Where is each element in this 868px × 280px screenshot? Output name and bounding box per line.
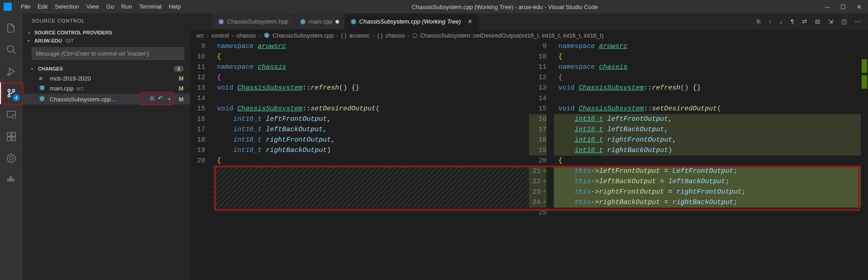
- menu-selection[interactable]: Selection: [51, 0, 82, 14]
- svg-point-11: [7, 154, 15, 162]
- line-gutter: 9 10 11 12 13 14 15 16 17 18 19 20: [190, 41, 212, 280]
- source-control-providers-section[interactable]: › SOURCE CONTROL PROVIDERS: [23, 28, 190, 37]
- changed-file-item[interactable]: ChassisSubsystem.cpp .. ⎘ ↶ ＋ M: [23, 94, 190, 104]
- submodule-icon: ≡: [39, 75, 47, 82]
- diff-deleted-placeholder: [212, 166, 529, 176]
- svg-rect-14: [10, 179, 12, 181]
- file-name: ChassisSubsystem.cpp ..: [50, 96, 116, 103]
- breadcrumbs[interactable]: src› control› chassis› ChassisSubsystem.…: [190, 29, 868, 41]
- menu-help[interactable]: Help: [165, 0, 184, 14]
- svg-point-12: [9, 157, 13, 160]
- menu-terminal[interactable]: Terminal: [136, 0, 165, 14]
- toggle-whitespace-icon[interactable]: ¶: [791, 18, 794, 25]
- activitybar-extensions[interactable]: [0, 126, 23, 147]
- editor-tabs: ChassisSubsystem.hpp main.cpp ChassisSub…: [190, 14, 868, 29]
- svg-point-6: [12, 115, 16, 119]
- tab-chassis-hpp[interactable]: ChassisSubsystem.hpp: [212, 14, 294, 29]
- tab-chassis-cpp-working-tree[interactable]: ChassisSubsystem.cpp (Working Tree) ✕: [345, 14, 478, 29]
- code-content[interactable]: namespace aruwsrc { namespace chassis { …: [212, 41, 529, 280]
- svg-rect-7: [7, 133, 11, 136]
- breadcrumb-item[interactable]: chassis: [236, 32, 256, 39]
- breadcrumb-item[interactable]: control: [212, 32, 229, 39]
- activitybar-source-control[interactable]: 4: [0, 82, 23, 104]
- more-actions-icon[interactable]: ⋯: [855, 18, 861, 25]
- chevron-down-icon: ›: [30, 65, 35, 72]
- svg-rect-10: [12, 133, 15, 136]
- svg-rect-16: [10, 177, 12, 179]
- svg-rect-9: [12, 137, 15, 141]
- svg-point-4: [8, 95, 10, 97]
- svg-point-3: [8, 90, 10, 92]
- swap-icon[interactable]: ⇄: [802, 18, 807, 25]
- code-content[interactable]: namespace aruwsrc { namespace chassis { …: [554, 41, 861, 280]
- svg-rect-13: [8, 179, 9, 181]
- breadcrumb-item[interactable]: aruwsrc: [349, 32, 370, 39]
- diff-modified-pane[interactable]: 9 10 11 12 13 14 15 16 17 18 19 20 21+ 2…: [529, 41, 868, 280]
- menu-file[interactable]: File: [17, 0, 34, 14]
- cpp-file-icon: [39, 85, 47, 92]
- minimize-icon[interactable]: ─: [826, 4, 830, 10]
- breadcrumb-item[interactable]: ChassisSubsystem.cpp: [273, 32, 334, 39]
- open-file-icon[interactable]: ⎘: [757, 18, 760, 25]
- toggle-inline-icon[interactable]: ⊟: [815, 18, 820, 25]
- diff-editor[interactable]: 9 10 11 12 13 14 15 16 17 18 19 20 names…: [190, 41, 868, 280]
- file-name: main.cpp: [50, 85, 74, 92]
- commit-message-input[interactable]: Message (Ctrl+Enter to commit on 'master…: [32, 47, 184, 60]
- split-editor-icon[interactable]: ◫: [841, 18, 847, 25]
- menubar: File Edit Selection View Go Run Terminal…: [17, 0, 184, 14]
- svg-rect-8: [7, 137, 11, 141]
- tab-label: main.cpp: [309, 18, 333, 25]
- sidebar: SOURCE CONTROL › SOURCE CONTROL PROVIDER…: [23, 14, 190, 280]
- tab-main-cpp[interactable]: main.cpp: [294, 14, 345, 29]
- chevron-down-icon: ›: [26, 37, 32, 44]
- svg-rect-15: [12, 179, 14, 181]
- gitlens-annotation: You,: [827, 166, 841, 176]
- diff-deleted-placeholder: [212, 176, 529, 187]
- menu-go[interactable]: Go: [103, 0, 118, 14]
- activitybar-docker[interactable]: [0, 169, 23, 191]
- activitybar-remote[interactable]: [0, 104, 23, 126]
- next-change-icon[interactable]: ↓: [780, 18, 783, 25]
- open-file-icon[interactable]: ⎘: [151, 95, 154, 103]
- cpp-file-icon: [39, 95, 47, 103]
- providers-label: SOURCE CONTROL PROVIDERS: [34, 30, 112, 35]
- changes-section[interactable]: › CHANGES 3: [23, 64, 190, 74]
- menu-run[interactable]: Run: [118, 0, 136, 14]
- prev-change-icon[interactable]: ↑: [769, 18, 772, 25]
- overview-ruler[interactable]: [861, 41, 868, 280]
- tab-label: ChassisSubsystem.hpp: [227, 18, 288, 25]
- window-title: ChassisSubsystem.cpp (Working Tree) - ar…: [184, 4, 826, 10]
- sidebar-title: SOURCE CONTROL: [23, 14, 190, 28]
- activitybar-search[interactable]: [0, 39, 23, 61]
- menu-view[interactable]: View: [83, 0, 103, 14]
- breadcrumb-item[interactable]: chassis: [386, 32, 405, 39]
- menu-edit[interactable]: Edit: [34, 0, 51, 14]
- stage-changes-icon[interactable]: ＋: [166, 95, 172, 103]
- activitybar-test[interactable]: [0, 147, 23, 169]
- activitybar-explorer[interactable]: [0, 17, 23, 39]
- line-gutter: 9 10 11 12 13 14 15 16 17 18 19 20 21+ 2…: [529, 41, 554, 280]
- breadcrumb-item[interactable]: src: [196, 32, 204, 39]
- changed-file-item[interactable]: main.cpp src M: [23, 83, 190, 94]
- diff-original-pane[interactable]: 9 10 11 12 13 14 15 16 17 18 19 20 names…: [190, 41, 529, 280]
- repo-section[interactable]: › ARUW-EDU GIT: [23, 37, 190, 44]
- breadcrumb-item[interactable]: ChassisSubsystem::setDesiredOutput(int16…: [420, 32, 603, 39]
- repo-name: ARUW-EDU: [34, 38, 62, 43]
- file-inline-actions: ⎘ ↶ ＋: [151, 95, 172, 103]
- file-path: src: [76, 85, 84, 92]
- modified-status: M: [179, 75, 184, 82]
- close-icon[interactable]: ✕: [857, 4, 862, 10]
- vscode-app-icon: [4, 3, 12, 11]
- collapse-icon[interactable]: ⇲: [828, 18, 833, 25]
- changes-count-badge: 3: [174, 66, 184, 72]
- activitybar: 4: [0, 14, 23, 280]
- changed-file-item[interactable]: ≡ mcb-2019-2020 M: [23, 74, 190, 83]
- editor-area: ChassisSubsystem.hpp main.cpp ChassisSub…: [190, 14, 868, 280]
- window-controls: ─ ☐ ✕: [826, 4, 864, 10]
- svg-point-2: [13, 90, 15, 92]
- maximize-icon[interactable]: ☐: [840, 4, 846, 10]
- close-tab-icon[interactable]: ✕: [467, 18, 472, 25]
- activitybar-run-debug[interactable]: [0, 61, 23, 82]
- modified-status: M: [179, 96, 184, 103]
- discard-changes-icon[interactable]: ↶: [158, 95, 163, 103]
